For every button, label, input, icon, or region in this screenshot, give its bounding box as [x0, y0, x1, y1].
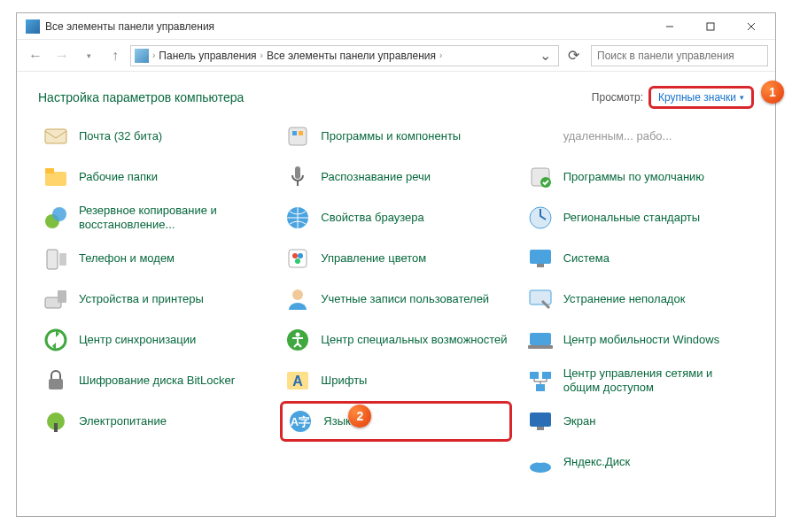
- cpl-item-label: Резервное копирование и восстановление..…: [79, 204, 266, 233]
- devices-icon: [42, 285, 70, 313]
- cpl-item-mobility[interactable]: Центр мобильности Windows: [523, 320, 754, 360]
- annotation-badge-2: 2: [348, 405, 371, 428]
- view-label: Просмотр:: [592, 91, 643, 104]
- cpl-item-speech[interactable]: Распознавание речи: [280, 157, 511, 197]
- cpl-item-color[interactable]: Управление цветом: [280, 238, 511, 279]
- svg-rect-11: [297, 181, 299, 186]
- display-icon: [526, 407, 555, 436]
- breadcrumb-current[interactable]: Все элементы панели управления: [263, 50, 439, 62]
- programs-icon: [283, 122, 312, 150]
- cpl-item-label: Электропитание: [79, 414, 167, 428]
- cpl-item-fonts[interactable]: AШрифты: [280, 360, 511, 401]
- control-panel-window: Все элементы панели управления ← → ▾ ↑ ›…: [16, 12, 776, 517]
- svg-rect-29: [530, 290, 551, 305]
- cpl-item-region[interactable]: Региональные стандарты: [523, 197, 754, 238]
- svg-rect-5: [289, 127, 307, 145]
- users-icon: [283, 285, 312, 313]
- up-button[interactable]: ↑: [104, 44, 127, 67]
- svg-point-32: [296, 333, 300, 337]
- cpl-item-system[interactable]: Система: [523, 238, 754, 279]
- cpl-item-defaults[interactable]: Программы по умолчанию: [523, 157, 754, 197]
- svg-rect-27: [58, 290, 66, 303]
- system-icon: [526, 244, 555, 273]
- sync-icon: [42, 326, 70, 354]
- refresh-button[interactable]: ⟳: [563, 45, 584, 66]
- cpl-item-language[interactable]: A字Язык2: [280, 401, 511, 442]
- cpl-item-power[interactable]: Электропитание: [38, 401, 269, 442]
- maximize-button[interactable]: [690, 13, 731, 40]
- workfolders-icon: [42, 163, 70, 191]
- svg-rect-45: [530, 412, 551, 427]
- svg-rect-35: [49, 379, 63, 389]
- phone-icon: [42, 244, 70, 273]
- address-dropdown[interactable]: ⌄: [535, 47, 555, 64]
- cpl-item-label: Центр мобильности Windows: [563, 333, 720, 347]
- cpl-item-label: Экран: [563, 414, 596, 428]
- cpl-item-label: Устройства и принтеры: [79, 292, 204, 306]
- cpl-item-label: удаленным... рабо...: [563, 129, 672, 143]
- cpl-item-network[interactable]: Центр управления сетями и общим доступом: [523, 360, 754, 401]
- forward-button[interactable]: →: [50, 44, 74, 67]
- backup-icon: [42, 204, 70, 232]
- cpl-item-ease[interactable]: Центр специальных возможностей: [280, 320, 511, 360]
- region-icon: [526, 204, 555, 232]
- cpl-item-label: Язык: [323, 414, 350, 428]
- minimize-button[interactable]: [649, 13, 690, 40]
- svg-rect-10: [295, 166, 300, 179]
- cpl-item-yandex[interactable]: Яндекс.Диск: [523, 442, 754, 482]
- svg-text:A字: A字: [291, 415, 310, 428]
- back-button[interactable]: ←: [24, 44, 47, 67]
- svg-rect-4: [45, 129, 66, 143]
- defaults-icon: [526, 163, 555, 191]
- cpl-item-bitlocker[interactable]: Шифрование диска BitLocker: [38, 360, 269, 401]
- svg-point-23: [295, 258, 300, 264]
- cpl-item-label: Учетные записи пользователей: [321, 292, 489, 306]
- svg-rect-33: [530, 333, 551, 345]
- recent-dropdown[interactable]: ▾: [77, 44, 100, 67]
- cpl-item-backup[interactable]: Резервное копирование и восстановление..…: [38, 197, 269, 238]
- svg-point-48: [533, 454, 547, 463]
- svg-rect-7: [299, 131, 303, 135]
- cpl-item-internet[interactable]: Свойства браузера: [280, 197, 511, 238]
- svg-rect-39: [542, 372, 551, 379]
- search-input[interactable]: [591, 45, 768, 66]
- cpl-item-devices[interactable]: Устройства и принтеры: [38, 279, 269, 320]
- cpl-item-display[interactable]: Экран: [523, 401, 754, 442]
- titlebar: Все элементы панели управления: [17, 13, 775, 40]
- cpl-item-label: Центр специальных возможностей: [321, 333, 507, 347]
- trunc-icon: [526, 122, 555, 150]
- network-icon: [526, 366, 555, 395]
- view-dropdown[interactable]: Крупные значки: [648, 86, 754, 109]
- navbar: ← → ▾ ↑ › Панель управления › Все элемен…: [17, 40, 775, 72]
- cpl-item-label: Шрифты: [321, 374, 367, 388]
- cpl-item-phone[interactable]: Телефон и модем: [38, 238, 269, 279]
- cpl-item-trunc[interactable]: удаленным... рабо...: [523, 116, 754, 157]
- mail-icon: [42, 122, 70, 150]
- yandex-icon: [526, 448, 555, 476]
- control-panel-icon: [135, 49, 149, 63]
- cpl-item-sync[interactable]: Центр синхронизации: [38, 320, 269, 360]
- svg-text:A: A: [293, 374, 304, 389]
- cpl-item-trouble[interactable]: Устранение неполадок: [523, 279, 754, 320]
- svg-rect-34: [528, 345, 553, 349]
- close-button[interactable]: [731, 13, 772, 40]
- control-panel-icon: [26, 19, 40, 34]
- bitlocker-icon: [42, 366, 70, 395]
- cpl-item-users[interactable]: Учетные записи пользователей: [280, 279, 511, 320]
- header-row: Настройка параметров компьютера Просмотр…: [17, 72, 775, 116]
- page-title: Настройка параметров компьютера: [38, 90, 592, 104]
- cpl-item-programs[interactable]: Программы и компоненты: [280, 116, 511, 157]
- cpl-item-mail[interactable]: Почта (32 бита): [38, 116, 269, 157]
- mobility-icon: [526, 326, 555, 354]
- breadcrumb-root[interactable]: Панель управления: [155, 50, 260, 62]
- svg-rect-1: [707, 23, 714, 30]
- cpl-item-label: Почта (32 бита): [79, 129, 162, 143]
- cpl-item-label: Устранение неполадок: [563, 292, 686, 306]
- address-bar[interactable]: › Панель управления › Все элементы панел…: [130, 45, 559, 66]
- cpl-item-label: Центр синхронизации: [79, 333, 196, 347]
- speech-icon: [283, 163, 312, 191]
- cpl-item-workfolders[interactable]: Рабочие папки: [38, 157, 269, 197]
- cpl-item-label: Программы и компоненты: [321, 129, 461, 143]
- cpl-item-label: Система: [563, 251, 610, 266]
- svg-rect-24: [530, 250, 551, 264]
